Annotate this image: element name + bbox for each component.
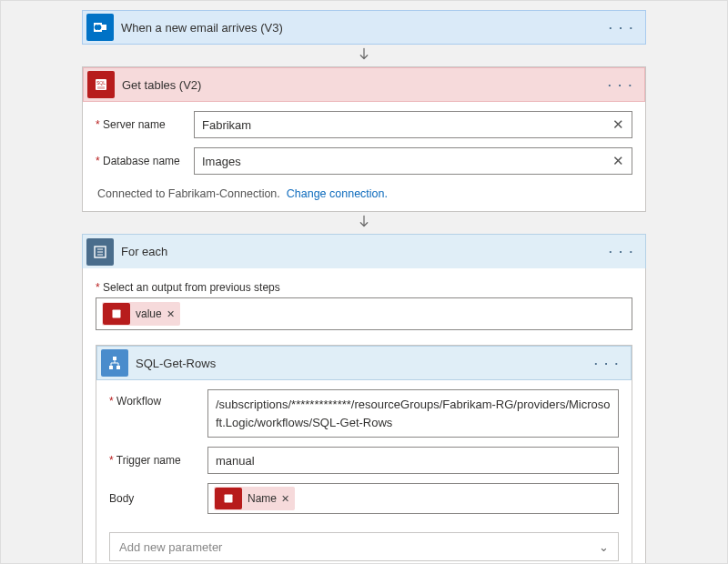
trigger-card[interactable]: When a new email arrives (V3) · · ·	[82, 10, 646, 45]
foreach-title: For each	[121, 245, 603, 258]
name-token[interactable]: Name ✕	[214, 487, 295, 510]
logic-apps-icon	[101, 349, 128, 377]
remove-token-icon[interactable]: ✕	[281, 493, 289, 505]
remove-token-icon[interactable]: ✕	[167, 308, 175, 320]
svg-rect-9	[116, 366, 120, 369]
nested-action-card: SQL-Get-Rows · · · Workflow /subscriptio…	[96, 345, 632, 564]
foreach-icon	[86, 238, 114, 266]
nested-header[interactable]: SQL-Get-Rows · · ·	[96, 346, 632, 380]
svg-rect-8	[109, 366, 113, 369]
chevron-down-icon: ⌄	[599, 540, 609, 554]
server-name-input[interactable]: Fabrikam ✕	[194, 111, 632, 138]
get-tables-menu-button[interactable]: · · ·	[602, 78, 639, 92]
trigger-name-input[interactable]: manual	[207, 447, 619, 474]
trigger-title: When a new email arrives (V3)	[121, 21, 603, 35]
value-token[interactable]: value ✕	[102, 302, 180, 326]
connection-info: Connected to Fabrikam-Connection. Change…	[96, 184, 632, 209]
foreach-menu-button[interactable]: · · ·	[603, 245, 640, 258]
foreach-header[interactable]: For each · · ·	[82, 234, 646, 268]
nested-title: SQL-Get-Rows	[136, 357, 589, 370]
database-name-input[interactable]: Images ✕	[194, 147, 632, 175]
svg-rect-4	[97, 86, 105, 89]
outlook-icon	[86, 14, 114, 41]
body-input[interactable]: Name ✕	[207, 483, 619, 514]
select-output-label: Select an output from previous steps	[96, 281, 632, 294]
arrow-down-icon	[356, 46, 372, 63]
change-connection-link[interactable]: Change connection.	[287, 187, 388, 200]
arrow-down-icon	[356, 214, 372, 230]
clear-server-icon[interactable]: ✕	[612, 116, 624, 133]
svg-rect-7	[113, 357, 116, 360]
trigger-menu-button[interactable]: · · ·	[603, 21, 640, 35]
server-name-label: Server name	[96, 118, 194, 131]
sql-icon	[103, 303, 130, 325]
sql-icon	[215, 488, 242, 509]
get-tables-title: Get tables (V2)	[122, 78, 602, 92]
clear-db-icon[interactable]: ✕	[612, 153, 624, 169]
svg-rect-6	[113, 310, 121, 318]
get-tables-card: SQL Get tables (V2) · · · Server name Fa…	[82, 66, 646, 212]
get-tables-header[interactable]: SQL Get tables (V2) · · ·	[83, 67, 645, 102]
body-label: Body	[109, 492, 207, 505]
sql-icon: SQL	[87, 71, 115, 98]
svg-text:SQL: SQL	[96, 80, 106, 86]
select-output-input[interactable]: value ✕	[96, 297, 632, 330]
database-name-label: Database name	[96, 155, 194, 167]
svg-rect-10	[225, 495, 233, 503]
workflow-input[interactable]: /subscriptions/*************/resourceGro…	[207, 389, 619, 438]
foreach-card: For each · · · Select an output from pre…	[82, 234, 646, 564]
trigger-name-label: Trigger name	[109, 454, 207, 467]
workflow-label: Workflow	[109, 389, 207, 408]
nested-menu-button[interactable]: · · ·	[589, 357, 625, 370]
add-parameter-dropdown[interactable]: Add new parameter ⌄	[109, 532, 619, 561]
